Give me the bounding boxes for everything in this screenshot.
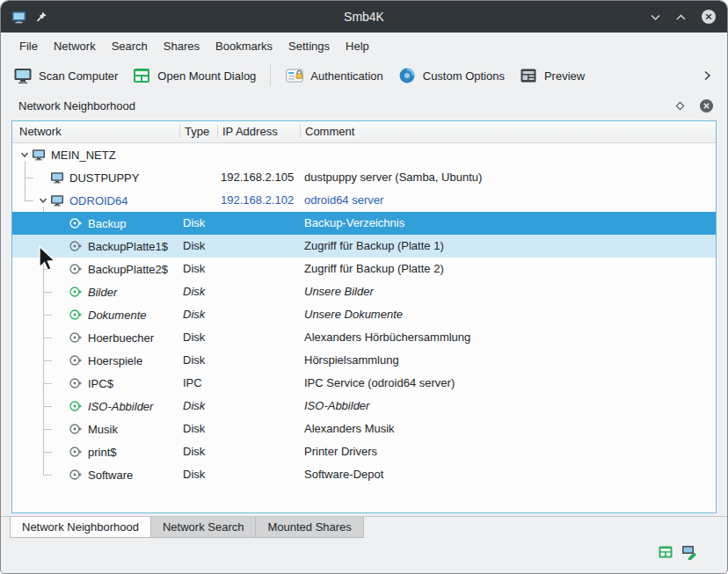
menu-network[interactable]: Network [46,35,104,57]
row-type: Disk [183,463,205,486]
tree-row-musik[interactable]: MusikDiskAlexanders Musik [12,418,716,440]
tree-row-backupplatte1[interactable]: BackupPlatte1$DiskZugriff für Backup (Pl… [12,235,716,258]
expander-icon[interactable] [36,193,50,207]
row-name: Software [88,469,133,482]
toolbar-items: Scan ComputerOpen Mount DialogAuthentica… [13,65,585,86]
row-name: Backup [88,217,126,230]
menu-bookmarks[interactable]: Bookmarks [207,35,280,57]
row-name: Musik [88,423,118,436]
row-type: Disk [183,235,205,258]
tree-row-software[interactable]: SoftwareDiskSoftware-Depot [12,463,716,486]
toolbar-button-scan-computer[interactable]: Scan Computer [13,66,118,85]
toolbar-label: Authentication [310,69,382,83]
row-type: Disk [183,349,205,372]
row-name: BackupPlatte2$ [88,263,168,276]
menu-search[interactable]: Search [104,35,156,57]
expander-spacer [55,216,69,230]
column-header-comment[interactable]: Comment [305,121,354,142]
expander-icon[interactable] [18,148,32,162]
toolbar-button-authentication[interactable]: Authentication [285,66,382,85]
maximize-button[interactable] [675,13,687,21]
share-icon [69,422,83,436]
tree-row-odroid64[interactable]: ODROID64192.168.2.102odroid64 server [12,189,716,212]
row-comment: Printer Drivers [304,440,377,463]
menu-file[interactable]: File [11,35,46,57]
expander-spacer [55,239,69,253]
share-icon [69,216,83,230]
expander-spacer [55,445,69,459]
dock-close-icon[interactable] [699,98,714,113]
tree-row-mein-netz[interactable]: MEIN_NETZ [12,143,716,166]
tab-mounted-shares[interactable]: Mounted Shares [255,517,363,538]
row-name: MEIN_NETZ [51,149,116,162]
tree-row-backupplatte2[interactable]: BackupPlatte2$DiskZugriff für Backup (Pl… [12,258,716,280]
pin-icon[interactable] [35,11,47,23]
toolbar-overflow-button[interactable] [701,69,715,83]
row-comment: Unsere Bilder [304,280,374,303]
tree-row-hoerspiele[interactable]: HoerspieleDiskHörspielsammlung [12,349,716,372]
titlebar-left [11,10,344,25]
window-title: Smb4K [344,10,384,24]
tree-row-hoerbuecher[interactable]: HoerbuecherDiskAlexanders Hörbüchersamml… [12,326,716,349]
row-comment: Zugriff für Backup (Platte 2) [304,258,444,280]
close-button[interactable] [701,9,717,25]
tree-row-dustpuppy[interactable]: DUSTPUPPY192.168.2.105dustpuppy server (… [12,166,716,189]
column-header-ip-address[interactable]: IP Address [222,121,278,142]
minimize-button[interactable] [650,13,661,21]
menu-settings[interactable]: Settings [280,35,338,57]
row-type: Disk [183,418,205,440]
bottom-tabbar: Network NeighborhoodNetwork SearchMounte… [1,516,727,538]
titlebar[interactable]: Smb4K [1,1,727,33]
toolbar-button-custom-options[interactable]: Custom Options [397,66,505,85]
tree-row-dokumente[interactable]: DokumenteDiskUnsere Dokumente [12,303,716,326]
workgroup-icon [32,148,46,162]
menu-shares[interactable]: Shares [156,35,207,57]
tree-row-ipc[interactable]: IPC$IPCIPC Service (odroid64 server) [12,372,716,395]
row-comment: odroid64 server [304,189,383,212]
network-edit-icon [681,544,697,560]
row-type: Disk [183,395,205,418]
share-mounted-icon [69,399,83,413]
row-comment: Alexanders Hörbüchersammlung [304,326,470,349]
row-type: IPC [183,372,202,395]
toolbar-button-preview[interactable]: Preview [519,66,585,85]
row-type: Disk [183,280,205,303]
tree-row-bilder[interactable]: BilderDiskUnsere Bilder [12,280,716,303]
network-neighborhood-view: NetworkTypeIP AddressComment MEIN_NETZDU… [11,120,717,513]
preview-icon [519,66,538,85]
tab-network-search[interactable]: Network Search [150,517,256,538]
tree-row-print[interactable]: print$DiskPrinter Drivers [12,440,716,463]
titlebar-buttons [384,9,717,25]
tab-network-neighborhood[interactable]: Network Neighborhood [10,517,151,538]
toolbar-button-open-mount-dialog[interactable]: Open Mount Dialog [132,66,256,85]
tree-row-iso-abbilder[interactable]: ISO-AbbilderDiskISO-Abbilder [12,395,716,418]
column-header-network[interactable]: Network [19,121,62,142]
row-ip-address: 192.168.2.105 [221,166,294,189]
header-separator [217,125,218,138]
row-comment: Unsere Dokumente [304,303,403,326]
row-comment: dustpuppy server (Samba, Ubuntu) [304,166,482,189]
float-icon[interactable] [675,101,685,111]
toolbar-label: Preview [544,69,585,83]
statusbar [1,538,727,573]
row-type: Disk [183,212,205,235]
row-type: Disk [183,326,205,349]
server-icon [50,193,64,207]
menubar: FileNetworkSearchSharesBookmarksSettings… [1,33,727,59]
toolbar-label: Open Mount Dialog [157,69,256,83]
row-comment: Zugriff für Backup (Platte 1) [304,235,444,258]
row-name: IPC$ [88,377,113,390]
expander-spacer [55,468,69,482]
header-separator [300,125,301,138]
row-name: Hoerbuecher [88,331,154,345]
expander-spacer [55,331,69,345]
share-mounted-icon [69,308,83,322]
tree-rows: MEIN_NETZDUSTPUPPY192.168.2.105dustpuppy… [12,143,716,512]
tree-row-backup[interactable]: BackupDiskBackup-Verzeichnis [12,212,716,235]
expander-spacer [55,422,69,436]
expander-spacer [55,308,69,322]
row-comment: ISO-Abbilder [304,395,369,418]
column-header-type[interactable]: Type [185,121,209,142]
toolbar-separator [270,65,271,86]
menu-help[interactable]: Help [338,35,377,57]
